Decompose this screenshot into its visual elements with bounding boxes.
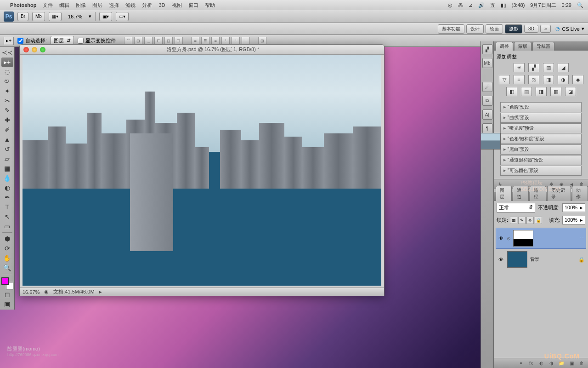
opacity-input[interactable]: 100%▸ (562, 203, 585, 212)
lasso-tool-icon[interactable]: ల (1, 77, 13, 86)
colorbalance-icon[interactable]: ⚖ (528, 75, 539, 84)
workspace-more[interactable]: » (540, 25, 551, 33)
ps-logo-icon[interactable]: Ps (4, 12, 14, 22)
status-icon[interactable]: ◉ (44, 289, 49, 295)
invert-icon[interactable]: ◧ (506, 87, 517, 96)
menu-window[interactable]: 窗口 (188, 2, 198, 9)
lock-position-icon[interactable]: ✥ (526, 217, 534, 224)
spotlight-icon[interactable]: 🔍 (577, 2, 583, 8)
hand-tool-icon[interactable]: ✋ (1, 253, 13, 263)
active-tool-icon[interactable]: ▸+ (4, 37, 14, 45)
dist-left-icon[interactable]: ⋮ (221, 37, 230, 45)
character-icon[interactable]: A| (482, 109, 492, 120)
menu-3d[interactable]: 3D (158, 2, 165, 8)
lock-all-icon[interactable]: 🔒 (535, 217, 542, 224)
zoom-value[interactable]: 16.67% (23, 289, 40, 295)
wand-tool-icon[interactable]: ✦ (1, 86, 13, 96)
menu-edit[interactable]: 编辑 (59, 2, 69, 9)
document-titlebar[interactable]: 洛亚方舟.psd @ 16.7% (图层 1, RGB/8) * (20, 45, 384, 55)
quickmask-icon[interactable]: ◻ (1, 290, 13, 299)
preset-bw[interactable]: "黑白"预设 (500, 144, 582, 155)
close-icon[interactable] (23, 47, 29, 52)
channelmixer-icon[interactable]: ◆ (572, 75, 583, 84)
healing-tool-icon[interactable]: ✚ (1, 115, 13, 125)
battery-icon[interactable]: ▮▯ (501, 2, 506, 8)
menu-select[interactable]: 选择 (109, 2, 119, 9)
adjustment-layer-icon[interactable]: ◑ (548, 360, 555, 367)
app-name[interactable]: Photoshop (10, 2, 36, 8)
visibility-icon[interactable]: 👁 (497, 256, 504, 263)
workspace-photography[interactable]: 摄影 (505, 24, 522, 34)
volume-icon[interactable]: 🔊 (478, 2, 485, 8)
workspace-painting[interactable]: 绘画 (486, 24, 503, 34)
color-swatch[interactable] (1, 277, 13, 289)
align-vmid-icon[interactable]: ⊟ (134, 37, 142, 45)
preset-selectivecolor[interactable]: "可选颜色"预设 (500, 166, 582, 176)
tab-masks[interactable]: 蒙版 (514, 42, 531, 51)
layer-thumb[interactable] (507, 251, 527, 268)
dist-top-icon[interactable]: ≡ (191, 37, 199, 45)
histogram-icon[interactable]: ▞ (482, 44, 492, 54)
date[interactable]: 9月7日周二 (530, 2, 556, 9)
menu-layer[interactable]: 图层 (92, 2, 102, 9)
dist-hmid-icon[interactable]: ⋮ (232, 37, 240, 45)
gradientmap-icon[interactable]: ▦ (550, 87, 561, 96)
path-tool-icon[interactable]: ↖ (1, 212, 13, 221)
mask-thumb[interactable] (513, 230, 533, 247)
minimize-icon[interactable] (32, 47, 37, 52)
brush-preset-icon[interactable]: ☄ (482, 82, 492, 92)
show-transform-checkbox[interactable]: 显示变换控件 (78, 37, 116, 44)
workspace-3d[interactable]: 3D (524, 25, 538, 33)
brush-tool-icon[interactable]: ✐ (1, 125, 13, 134)
auto-align-icon[interactable]: ⊞ (258, 37, 266, 45)
zoom-chevron-icon[interactable]: ▾ (89, 13, 91, 19)
zoom-window-icon[interactable] (40, 47, 45, 52)
workspace-design[interactable]: 设计 (466, 24, 484, 34)
new-layer-icon[interactable]: ▣ (568, 360, 575, 367)
dist-bottom-icon[interactable]: ≡ (211, 37, 220, 45)
menu-view[interactable]: 视图 (172, 2, 182, 9)
eraser-tool-icon[interactable]: ▱ (1, 154, 13, 163)
preset-levels[interactable]: "色阶"预设 (500, 102, 582, 112)
menu-help[interactable]: 帮助 (205, 2, 215, 9)
menu-image[interactable]: 图像 (76, 2, 86, 9)
hue-icon[interactable]: ≡ (514, 75, 525, 84)
menu-file[interactable]: 文件 (43, 2, 53, 9)
selectivecolor-icon[interactable]: ◪ (565, 87, 576, 96)
photofilter-icon[interactable]: ◑ (558, 75, 569, 84)
layer-thumb[interactable] (481, 133, 501, 150)
align-left-icon[interactable]: ⊏ (154, 37, 163, 45)
dist-right-icon[interactable]: ⋮ (242, 37, 250, 45)
cs-live[interactable]: ◔ CS Live ▾ (555, 26, 584, 32)
align-right-icon[interactable]: ⊐ (175, 37, 183, 45)
crop-tool-icon[interactable]: ✂ (1, 96, 13, 105)
input-method[interactable]: 五 (490, 2, 495, 9)
curves-icon[interactable]: ▨ (543, 63, 554, 72)
lock-transparency-icon[interactable]: ▦ (510, 217, 517, 224)
threshold-icon[interactable]: ◨ (536, 87, 547, 96)
bw-icon[interactable]: ◨ (543, 75, 554, 84)
layer-row-bg[interactable]: 👁 背景 🔒 (496, 249, 586, 270)
view-extras-button[interactable]: ▦▾ (49, 12, 62, 21)
eyedropper-tool-icon[interactable]: ✎ (1, 106, 13, 115)
paragraph-icon[interactable]: ¶ (482, 123, 492, 133)
3d-tool-icon[interactable]: ⬢ (1, 234, 13, 243)
align-bottom-icon[interactable]: ⎵ (144, 37, 153, 45)
wifi-icon[interactable]: ⊿ (469, 2, 473, 8)
gradient-tool-icon[interactable]: ▦ (1, 164, 13, 173)
clone-source-icon[interactable]: ⧉ (482, 96, 492, 106)
more-icon[interactable]: ⋯ (580, 236, 585, 242)
dodge-tool-icon[interactable]: ◐ (1, 183, 13, 192)
layer-name[interactable]: 背景 (530, 256, 539, 263)
screenmode-icon[interactable]: ▣ (1, 299, 13, 309)
bridge-button[interactable]: Br (17, 12, 28, 21)
screen-mode-button[interactable]: ▭▾ (116, 12, 129, 21)
preset-hue[interactable]: "色相/饱和度"预设 (500, 134, 582, 144)
pen-tool-icon[interactable]: ✒ (1, 193, 13, 202)
fg-color-swatch[interactable] (1, 277, 9, 285)
tab-layers[interactable]: 图层 (496, 186, 512, 201)
levels-icon[interactable]: ▞ (528, 63, 539, 72)
delete-layer-icon[interactable]: 🗑 (578, 360, 585, 367)
move-tool-icon[interactable]: ▸+ (1, 58, 13, 67)
file-size[interactable]: 文档:41.5M/46.0M (53, 288, 94, 295)
